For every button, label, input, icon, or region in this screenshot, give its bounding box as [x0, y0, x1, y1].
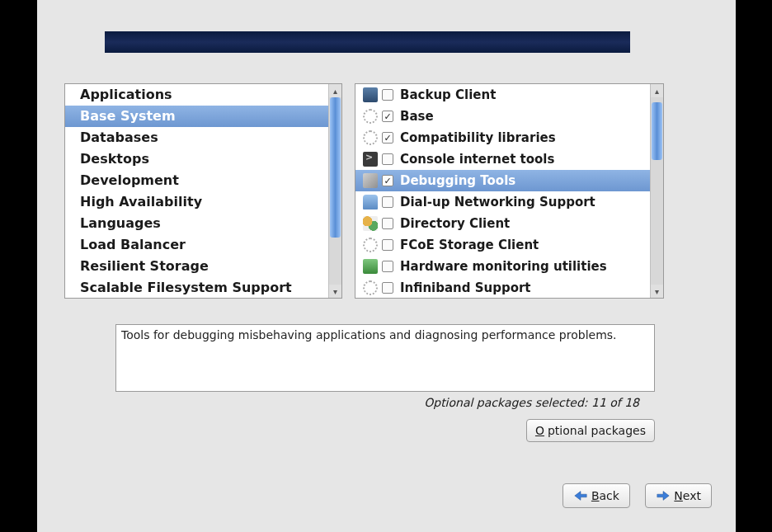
back-mnemonic: B: [591, 489, 600, 502]
package-checkbox[interactable]: [382, 218, 393, 229]
package-list-inner: Backup Client✓Base✓Compatibility librari…: [355, 84, 650, 298]
category-item[interactable]: High Availability: [65, 191, 328, 213]
category-label: Scalable Filesystem Support: [80, 280, 292, 295]
back-label-rest: ack: [600, 489, 619, 502]
category-listbox[interactable]: ApplicationsBase SystemDatabasesDesktops…: [64, 83, 342, 299]
category-label: Databases: [80, 129, 158, 145]
package-label: Dial-up Networking Support: [400, 195, 595, 210]
package-item[interactable]: ✓Debugging Tools: [355, 170, 650, 191]
package-label: Debugging Tools: [400, 173, 515, 188]
package-icon: [362, 129, 379, 146]
category-item[interactable]: Resilient Storage: [65, 256, 328, 277]
scroll-up-icon[interactable]: ▴: [329, 84, 341, 97]
back-button[interactable]: Back: [563, 483, 630, 508]
package-item[interactable]: Dial-up Networking Support: [355, 191, 650, 213]
package-icon: [362, 108, 379, 125]
category-label: Development: [80, 172, 179, 188]
package-checkbox[interactable]: [382, 239, 393, 251]
category-label: High Availability: [80, 194, 202, 210]
package-checkbox[interactable]: [382, 89, 393, 101]
scrollbar-track[interactable]: [329, 97, 341, 285]
scrollbar-thumb[interactable]: [330, 97, 341, 238]
package-listbox[interactable]: Backup Client✓Base✓Compatibility librari…: [355, 83, 664, 299]
category-label: Base System: [80, 108, 176, 124]
category-label: Load Balancer: [80, 237, 186, 252]
selection-columns: ApplicationsBase SystemDatabasesDesktops…: [64, 83, 709, 299]
optional-packages-button[interactable]: Optional packages: [526, 419, 655, 442]
package-label: Infiniband Support: [400, 280, 531, 295]
optional-status-label: Optional packages selected: 11 of 18: [115, 396, 639, 409]
category-label: Languages: [80, 215, 161, 231]
nav-button-row: Back Next: [64, 483, 712, 508]
arrow-right-icon: [656, 490, 671, 501]
optional-label-rest: ptional packages: [548, 424, 646, 437]
category-item[interactable]: Databases: [65, 127, 328, 148]
category-item[interactable]: Scalable Filesystem Support: [65, 277, 328, 298]
package-item[interactable]: Hardware monitoring utilities: [355, 256, 650, 277]
scrollbar-thumb[interactable]: [652, 102, 662, 160]
package-icon: [362, 215, 379, 232]
package-item[interactable]: FCoE Storage Client: [355, 234, 650, 256]
category-item[interactable]: Applications: [65, 84, 328, 106]
installer-window: ApplicationsBase SystemDatabasesDesktops…: [37, 0, 736, 532]
next-button[interactable]: Next: [645, 483, 712, 508]
package-label: Backup Client: [400, 87, 496, 102]
package-item[interactable]: ✓Compatibility libraries: [355, 127, 650, 148]
package-label: FCoE Storage Client: [400, 238, 539, 252]
package-checkbox[interactable]: ✓: [382, 175, 393, 186]
package-label: Compatibility libraries: [400, 130, 556, 145]
package-icon: [362, 237, 379, 253]
package-label: Hardware monitoring utilities: [400, 259, 607, 274]
scroll-down-icon[interactable]: ▾: [651, 285, 663, 298]
scroll-down-icon[interactable]: ▾: [329, 285, 341, 298]
category-item[interactable]: Languages: [65, 213, 328, 234]
package-icon: [362, 87, 379, 103]
package-label: Base: [400, 109, 434, 124]
package-label: Console internet tools: [400, 152, 554, 167]
optional-button-row: Optional packages: [115, 419, 655, 442]
package-checkbox[interactable]: ✓: [382, 111, 393, 122]
category-label: Applications: [80, 87, 172, 102]
package-item[interactable]: Infiniband Support: [355, 277, 650, 298]
category-label: Resilient Storage: [80, 258, 209, 274]
scrollbar-track[interactable]: [651, 97, 663, 285]
package-item[interactable]: Directory Client: [355, 213, 650, 234]
next-label-rest: ext: [683, 489, 701, 502]
category-item[interactable]: Development: [65, 170, 328, 191]
package-checkbox[interactable]: [382, 261, 393, 272]
header-band: [105, 31, 630, 53]
arrow-left-icon: [573, 490, 588, 501]
category-item[interactable]: Load Balancer: [65, 234, 328, 256]
optional-mnemonic: O: [535, 424, 544, 437]
category-item[interactable]: Desktops: [65, 148, 328, 170]
package-icon: [362, 151, 379, 167]
package-item[interactable]: ✓Base: [355, 106, 650, 127]
scroll-up-icon[interactable]: ▴: [651, 84, 663, 97]
package-icon: [362, 172, 379, 189]
description-box: Tools for debugging misbehaving applicat…: [115, 324, 655, 392]
category-item[interactable]: Base System: [65, 106, 328, 127]
package-checkbox[interactable]: [382, 196, 393, 208]
category-scrollbar[interactable]: ▴ ▾: [328, 84, 341, 298]
package-checkbox[interactable]: [382, 153, 393, 165]
next-mnemonic: N: [674, 489, 682, 502]
category-list-inner: ApplicationsBase SystemDatabasesDesktops…: [65, 84, 328, 298]
package-icon: [362, 194, 379, 210]
package-checkbox[interactable]: ✓: [382, 132, 393, 144]
package-icon: [362, 280, 379, 296]
package-label: Directory Client: [400, 216, 510, 231]
description-text: Tools for debugging misbehaving applicat…: [121, 328, 617, 341]
package-item[interactable]: Backup Client: [355, 84, 650, 106]
package-checkbox[interactable]: [382, 282, 393, 294]
category-label: Desktops: [80, 151, 149, 167]
package-item[interactable]: Console internet tools: [355, 148, 650, 170]
package-icon: [362, 258, 379, 275]
package-scrollbar[interactable]: ▴ ▾: [650, 84, 663, 298]
